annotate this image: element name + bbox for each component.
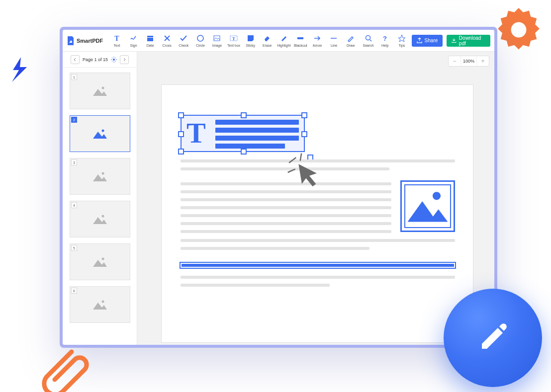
svg-point-12: [102, 87, 104, 89]
svg-point-15: [102, 215, 104, 218]
resize-handle[interactable]: [241, 149, 247, 155]
image-element[interactable]: [400, 180, 455, 232]
tool-sticky[interactable]: Sticky: [243, 31, 259, 51]
tool-label: Tips: [398, 44, 405, 47]
tool-label: Date: [147, 44, 154, 47]
svg-point-11: [113, 59, 115, 61]
zoom-in-button[interactable]: +: [477, 56, 489, 66]
edit-fab-decoration: [444, 289, 542, 387]
share-button[interactable]: Share: [412, 35, 443, 47]
share-label: Share: [425, 38, 438, 43]
download-button[interactable]: Download pdf: [447, 35, 490, 47]
thumbnail-list: 123456: [63, 68, 137, 345]
app-logo: SmartPDF: [67, 36, 103, 45]
page-prev-button[interactable]: [71, 55, 80, 64]
tool-circle[interactable]: Circle: [192, 31, 208, 51]
page-next-button[interactable]: [120, 55, 129, 64]
image-placeholder-icon: [92, 213, 108, 225]
tool-image[interactable]: Image: [209, 31, 225, 51]
tool-date[interactable]: Date: [142, 31, 158, 51]
tool-check[interactable]: Check: [176, 31, 192, 51]
thumb-number: 5: [71, 245, 77, 251]
svg-line-20: [288, 169, 295, 172]
tool-label: Text: [114, 44, 120, 47]
cursor-illustration-icon: [287, 153, 324, 190]
svg-rect-8: [297, 37, 303, 39]
thumb-number: 4: [71, 202, 77, 208]
tool-label: Draw: [347, 44, 355, 47]
zoom-control: − 100% +: [448, 56, 489, 67]
thumb-number: 3: [71, 159, 77, 165]
thumbnail[interactable]: 4: [70, 201, 130, 237]
svg-point-9: [366, 35, 370, 40]
tool-erase[interactable]: Erase: [259, 31, 275, 51]
resize-handle[interactable]: [178, 149, 184, 155]
svg-point-16: [102, 258, 104, 260]
thumbnail[interactable]: 1: [70, 73, 130, 109]
thumbnails-sidebar: Page 1 of 15 123456: [63, 52, 137, 345]
tool-label: Line: [331, 44, 337, 47]
tool-blackout[interactable]: Blackout: [293, 31, 309, 51]
page-canvas[interactable]: T: [161, 84, 473, 343]
image-placeholder-icon: [92, 128, 108, 140]
thumbnail[interactable]: 5: [70, 243, 130, 280]
text-glyph-icon: T: [186, 119, 206, 148]
tool-sign[interactable]: Sign: [126, 31, 142, 51]
image-placeholder-icon: [405, 185, 450, 227]
thumbnail[interactable]: 2: [70, 115, 130, 152]
app-window: SmartPDF TText Sign Date Cross Check Cir…: [63, 30, 494, 345]
zoom-value: 100%: [460, 56, 477, 66]
tool-label: Text box: [227, 44, 240, 47]
thumbnail[interactable]: 3: [70, 158, 130, 195]
svg-rect-2: [147, 36, 153, 41]
tool-label: Erase: [263, 44, 272, 47]
svg-line-19: [300, 154, 302, 161]
blackout-element[interactable]: [182, 264, 454, 267]
tool-arrow[interactable]: Arrow: [309, 31, 325, 51]
logo-text: SmartPDF: [77, 38, 103, 44]
tool-cross[interactable]: Cross: [159, 31, 175, 51]
tool-tips[interactable]: Tips: [394, 31, 410, 51]
thumb-number: 2: [71, 117, 77, 123]
resize-handle[interactable]: [241, 112, 247, 118]
svg-point-21: [433, 192, 441, 200]
svg-point-0: [511, 22, 527, 38]
tool-textbox[interactable]: TText box: [226, 31, 242, 51]
svg-point-13: [102, 130, 104, 132]
tool-label: Image: [212, 44, 222, 47]
tool-text[interactable]: TText: [109, 31, 125, 51]
tool-label: Help: [381, 44, 388, 47]
tool-draw[interactable]: Draw: [343, 31, 359, 51]
image-placeholder-icon: [92, 256, 108, 268]
tool-line[interactable]: Line: [326, 31, 342, 51]
download-label: Download pdf: [459, 35, 485, 46]
resize-handle[interactable]: [301, 131, 307, 137]
image-placeholder-icon: [92, 85, 108, 97]
pager-settings-icon[interactable]: [111, 57, 117, 63]
svg-rect-5: [214, 36, 220, 41]
tool-label: Circle: [196, 44, 205, 47]
toolbar: SmartPDF TText Sign Date Cross Check Cir…: [63, 30, 494, 52]
tool-label: Cross: [163, 44, 172, 47]
zoom-out-button[interactable]: −: [449, 56, 460, 66]
svg-point-4: [197, 35, 203, 41]
logo-icon: [67, 36, 75, 45]
thumb-number: 1: [71, 74, 77, 80]
image-placeholder-icon: [92, 299, 108, 311]
text-element-selected[interactable]: T: [181, 115, 305, 152]
resize-handle[interactable]: [301, 112, 307, 118]
app-frame: SmartPDF TText Sign Date Cross Check Cir…: [60, 27, 497, 348]
resize-handle[interactable]: [178, 112, 184, 118]
resize-handle[interactable]: [178, 131, 184, 137]
tool-label: Check: [179, 44, 188, 47]
tool-highlight[interactable]: Highlight: [276, 31, 292, 51]
svg-text:T: T: [232, 36, 235, 41]
lightning-decoration-icon: [10, 57, 30, 82]
tool-help[interactable]: ?Help: [377, 31, 393, 51]
svg-line-18: [289, 157, 296, 163]
thumbnail[interactable]: 6: [70, 286, 130, 323]
svg-rect-3: [147, 37, 153, 38]
image-placeholder-icon: [92, 170, 108, 182]
pager: Page 1 of 15: [63, 52, 137, 68]
tool-search[interactable]: Search: [361, 31, 376, 51]
